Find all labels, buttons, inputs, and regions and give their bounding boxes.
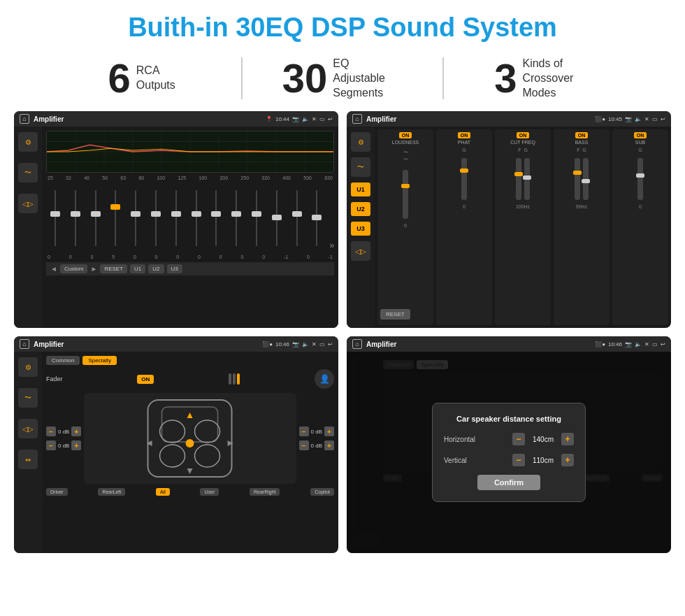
eq-slider-9[interactable] — [208, 186, 226, 250]
stat-rca: 6 RCAOutputs — [42, 58, 241, 99]
rearleft-btn[interactable]: RearLeft — [98, 488, 125, 496]
loudness-on-badge[interactable]: ON — [399, 132, 412, 138]
eq-wave-btn[interactable]: 〜 — [18, 163, 38, 182]
rearright-btn[interactable]: RearRight — [250, 488, 280, 496]
eq-custom-btn[interactable]: Custom — [60, 264, 88, 273]
eq-next-btn[interactable]: ► — [90, 265, 97, 273]
vertical-plus-btn[interactable]: + — [561, 454, 574, 466]
eq-slider-5[interactable] — [127, 186, 145, 250]
eq-slider-7[interactable] — [167, 186, 185, 250]
fader-expand-btn[interactable]: ⇔ — [18, 450, 38, 469]
crossover-vol-btn[interactable]: ◁▷ — [351, 241, 370, 261]
rr-minus-btn[interactable]: − — [299, 440, 309, 450]
dialog-horizontal-row: Horizontal − 140cm + — [444, 433, 574, 445]
screen-fader: ⌂ Amplifier ⬛● 10:46 📷 🔈 ✕ ▭ ↩ ⚙ 〜 ◁▷ ⇔ — [14, 336, 338, 553]
home-icon-distance: ⌂ — [352, 339, 362, 349]
confirm-button[interactable]: Confirm — [477, 475, 540, 490]
fr-plus-btn[interactable]: + — [324, 427, 334, 436]
horizontal-minus-btn[interactable]: − — [512, 433, 525, 445]
phat-on-badge[interactable]: ON — [458, 132, 471, 138]
svg-point-15 — [195, 420, 220, 443]
eq-u1-btn[interactable]: U1 — [130, 264, 145, 273]
eq-u3-btn[interactable]: U3 — [167, 264, 182, 273]
eq-slider-8[interactable] — [187, 186, 206, 250]
bass-slider-2[interactable] — [583, 158, 589, 200]
back-icon-eq: ↩ — [328, 116, 333, 122]
vol-icon-fader: 🔈 — [302, 341, 309, 348]
eq-reset-btn[interactable]: RESET — [100, 264, 127, 273]
eq-slider-4[interactable] — [106, 186, 124, 250]
fader-tabs: Common Specialty — [46, 356, 334, 365]
fl-minus-btn[interactable]: − — [46, 427, 56, 436]
eq-bottom-bar: ◄ Custom ► RESET U1 U2 U3 — [46, 262, 334, 275]
rl-minus-btn[interactable]: − — [46, 440, 56, 450]
fader-slider-row — [229, 373, 240, 385]
eq-prev-btn[interactable]: ◄ — [50, 265, 57, 273]
statusbar-fader: ⌂ Amplifier ⬛● 10:46 📷 🔈 ✕ ▭ ↩ — [14, 336, 338, 352]
driver-btn[interactable]: Driver — [46, 488, 68, 496]
fader-tune-btn[interactable]: ⚙ — [18, 357, 38, 377]
title-eq: Amplifier — [34, 115, 64, 123]
cutfreq-on-badge[interactable]: ON — [517, 132, 530, 138]
bass-on-badge[interactable]: ON — [575, 132, 589, 138]
cutfreq-label: CUT FREQ — [510, 140, 535, 145]
rr-plus-btn[interactable]: + — [324, 440, 334, 450]
user-btn[interactable]: User — [200, 488, 219, 496]
fader-main: Common Specialty Fader ON 👤 — [42, 352, 338, 553]
crossover-wave-btn[interactable]: 〜 — [351, 157, 370, 177]
bass-slider-1[interactable] — [575, 158, 580, 200]
location-buttons: Driver RearLeft All User RearRight Copil… — [46, 488, 334, 496]
home-icon-fader: ⌂ — [20, 339, 29, 349]
eq-slider-1[interactable] — [46, 186, 64, 250]
eq-slider-2[interactable] — [66, 186, 85, 250]
fader-wave-btn[interactable]: 〜 — [18, 388, 38, 408]
cutfreq-slider-1[interactable] — [516, 158, 521, 200]
loudness-slider[interactable] — [403, 170, 408, 219]
screen4-content: Common Specialty Driver RearLeft All Use… — [347, 352, 671, 553]
eq-u2-btn[interactable]: U2 — [148, 264, 164, 273]
screen1-content: ⚙ 〜 ◁▷ — [14, 127, 338, 328]
eq-slider-11[interactable] — [247, 186, 266, 250]
crossover-tune-btn[interactable]: ⚙ — [351, 132, 370, 152]
cutfreq-slider-2[interactable] — [524, 158, 530, 200]
eq-slider-3[interactable] — [87, 186, 105, 250]
eq-tune-btn[interactable]: ⚙ — [18, 132, 38, 152]
screen2-content: ⚙ 〜 U1 U2 U3 ◁▷ ON LOUDNESS 〜 〜 — [347, 127, 671, 328]
title-fader: Amplifier — [34, 341, 64, 348]
rr-db-value: 0 dB — [311, 443, 322, 449]
fr-minus-btn[interactable]: − — [299, 427, 309, 436]
horizontal-counter: − 140cm + — [512, 433, 574, 445]
all-btn[interactable]: All — [156, 488, 170, 496]
distance-dialog: Car speaker distance setting Horizontal … — [432, 403, 586, 502]
copilot-btn[interactable]: Copilot — [310, 488, 334, 496]
fader-vol-btn[interactable]: ◁▷ — [18, 419, 38, 438]
dots-icon-crossover: ⬛● — [595, 116, 605, 122]
eq-vol-btn[interactable]: ◁▷ — [18, 194, 38, 213]
sub-slider[interactable] — [637, 158, 643, 200]
eq-slider-13[interactable] — [288, 186, 306, 250]
u1-btn[interactable]: U1 — [351, 182, 370, 196]
tab-specialty[interactable]: Specialty — [82, 356, 116, 365]
u3-btn[interactable]: U3 — [351, 222, 370, 236]
fader-on-toggle[interactable]: ON — [137, 375, 154, 384]
stat-number-rca: 6 — [108, 58, 131, 99]
fl-plus-btn[interactable]: + — [71, 427, 81, 436]
rl-plus-btn[interactable]: + — [71, 440, 81, 450]
page-title: Buith-in 30EQ DSP Sound System — [0, 0, 685, 51]
eq-slider-12[interactable] — [268, 186, 286, 250]
sub-on-badge[interactable]: ON — [634, 132, 647, 138]
screen-crossover: ⌂ Amplifier ⬛● 10:45 📷 🔈 ✕ ▭ ↩ ⚙ 〜 U1 U2… — [347, 111, 671, 328]
crossover-reset-btn[interactable]: RESET — [377, 306, 413, 322]
db-control-fl: − 0 dB + — [46, 427, 81, 436]
horizontal-plus-btn[interactable]: + — [561, 433, 574, 445]
rect-icon-distance: ▭ — [652, 341, 658, 348]
phat-slider[interactable] — [461, 158, 467, 200]
cam-icon-crossover: 📷 — [625, 116, 632, 122]
vertical-minus-btn[interactable]: − — [512, 454, 525, 466]
eq-slider-14[interactable] — [308, 186, 326, 250]
tab-common[interactable]: Common — [46, 356, 80, 365]
u2-btn[interactable]: U2 — [351, 202, 370, 216]
eq-slider-10[interactable] — [227, 186, 245, 250]
eq-slider-6[interactable] — [147, 186, 165, 250]
statusbar-eq: ⌂ Amplifier 📍 10:44 📷 🔈 ✕ ▭ ↩ — [14, 111, 338, 127]
